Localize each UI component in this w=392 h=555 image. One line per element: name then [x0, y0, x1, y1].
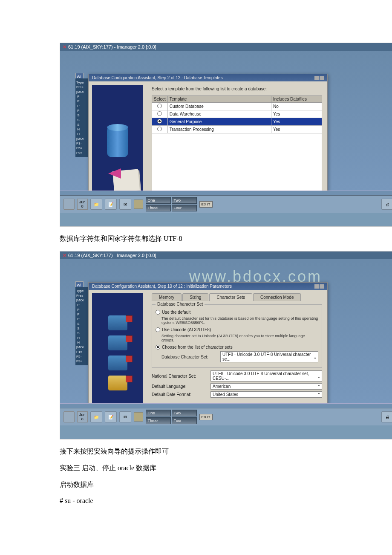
- table-row[interactable]: Custom DatabaseNo: [152, 103, 322, 110]
- default-date-select[interactable]: United States: [210, 391, 322, 398]
- wizard-illustration: [92, 85, 143, 200]
- col-includes: Includes Datafiles: [271, 96, 322, 103]
- printer-icon[interactable]: 🖨: [381, 199, 392, 210]
- clock-icon[interactable]: [63, 199, 75, 210]
- national-charset-select[interactable]: UTF8 - Unicode 3.0 UTF-8 Universal chara…: [210, 370, 322, 382]
- notes-icon[interactable]: 📝: [105, 411, 117, 422]
- window-titlebar: ✕61.19 (AIX_SKY:177) - Imanager 2.0 [:0.…: [60, 251, 392, 259]
- taskbar-separator: [60, 191, 392, 196]
- template-table: Select Template Includes Datafiles Custo…: [152, 95, 322, 133]
- workspace-four[interactable]: Four: [172, 205, 197, 211]
- workspace-four[interactable]: Four: [172, 417, 197, 424]
- option-desc: The default character set for this datab…: [161, 316, 318, 325]
- caption-2: 接下来按照安装向导的提示操作即可: [60, 447, 392, 456]
- tab-memory[interactable]: Memory: [152, 293, 182, 301]
- side-panel: Type Pres [MOI P P P P S S S H H [MOI F1…: [75, 78, 89, 157]
- mail-icon[interactable]: ✉: [119, 199, 131, 210]
- workspace-three[interactable]: Three: [146, 417, 171, 424]
- desktop-area: Wi Type Pres [MOI P P P P S S S H H [MOI…: [60, 51, 392, 213]
- workspace-one[interactable]: One: [146, 197, 171, 204]
- radio-icon[interactable]: [157, 111, 162, 116]
- radio-icon[interactable]: [156, 345, 160, 350]
- radio-icon[interactable]: [156, 327, 160, 332]
- col-template: Template: [167, 96, 271, 103]
- wiz-min-icon[interactable]: [314, 284, 319, 289]
- table-filler: [152, 133, 322, 194]
- instruction-text: Select a template from the following lis…: [152, 87, 322, 91]
- wizard-titlebar: Database Configuration Assistant, Step 1…: [89, 283, 327, 290]
- default-language-label: Default Language:: [152, 384, 207, 389]
- window-title: 61.19 (AIX_SKY:177) - Imanager 2.0 [:0.0…: [68, 44, 156, 49]
- printer-icon[interactable]: 🖨: [381, 411, 392, 422]
- lock-icon[interactable]: [134, 199, 143, 209]
- wizard-titlebar: Database Configuration Assistant, Step 2…: [89, 74, 327, 81]
- col-select: Select: [152, 96, 168, 103]
- x-logo-icon: ✕: [63, 253, 66, 258]
- db-charset-fieldset: Database Character Set Use the default T…: [152, 304, 322, 368]
- table-row-selected[interactable]: General PurposeYes: [152, 118, 322, 126]
- wiz-max-icon[interactable]: [320, 284, 324, 289]
- wizard-title: Database Configuration Assistant, Step 2…: [92, 75, 223, 80]
- workspace-switcher[interactable]: One Two Three Four: [146, 197, 197, 211]
- caption-1: 数据库字符集和国家字符集都选择 UTF-8: [60, 234, 392, 243]
- side-panel: Type Pres [MOI P P P P S S S H H [MOI F1…: [75, 287, 89, 365]
- option-use-unicode[interactable]: Use Unicode (AL32UTF8): [156, 327, 318, 332]
- calendar[interactable]: Jun8: [77, 199, 88, 210]
- table-row[interactable]: Transaction ProcessingYes: [152, 126, 322, 133]
- radio-icon[interactable]: [156, 310, 160, 315]
- db-charset-select[interactable]: UTF8 - Unicode 3.0 UTF-8 Universal chara…: [220, 351, 318, 362]
- screenshot-2: ✕61.19 (AIX_SKY:177) - Imanager 2.0 [:0.…: [60, 251, 392, 439]
- caption-3: 实验三 启动、停止 oracle 数据库: [60, 464, 392, 473]
- step-icon: [108, 356, 127, 370]
- national-charset-label: National Character Set:: [152, 374, 207, 379]
- check-icon: [126, 356, 133, 362]
- exit-button[interactable]: EXIT: [199, 201, 213, 208]
- radio-icon[interactable]: [157, 119, 162, 124]
- radio-icon[interactable]: [157, 127, 162, 131]
- step-icon: [108, 376, 127, 390]
- default-language-select[interactable]: American: [210, 383, 322, 390]
- tab-character-sets[interactable]: Character Sets: [209, 293, 252, 301]
- check-icon: [126, 315, 133, 322]
- option-use-default[interactable]: Use the default: [156, 310, 318, 315]
- workspace-two[interactable]: Two: [172, 410, 197, 416]
- workspace-three[interactable]: Three: [146, 205, 171, 211]
- wiz-min-icon[interactable]: [314, 76, 319, 80]
- caption-4: 启动数据库: [60, 480, 392, 489]
- x-logo-icon: ✕: [63, 44, 66, 49]
- workspace-two[interactable]: Two: [172, 197, 197, 204]
- folder-icon[interactable]: 📁: [90, 199, 102, 210]
- table-row[interactable]: Data WarehouseYes: [152, 110, 322, 118]
- default-date-label: Default Date Format:: [152, 392, 207, 397]
- taskbar: Jun8 📁 📝 ✉ One Two Three Four EXIT 🖨 📊 🔧…: [60, 408, 392, 425]
- workspace-one[interactable]: One: [146, 410, 171, 416]
- wizard-illustration: [92, 293, 143, 413]
- screenshot-1: ✕61.19 (AIX_SKY:177) - Imanager 2.0 [:0.…: [60, 43, 392, 227]
- option-choose-list[interactable]: Choose from the list of character sets: [156, 345, 318, 350]
- option-desc: Setting character set to Unicode (AL32UT…: [161, 334, 318, 342]
- wiz-max-icon[interactable]: [320, 76, 324, 80]
- notes-icon[interactable]: 📝: [105, 199, 117, 210]
- exit-button[interactable]: EXIT: [199, 414, 213, 420]
- mail-icon[interactable]: ✉: [119, 411, 131, 422]
- fieldset-legend: Database Character Set: [156, 302, 205, 306]
- desktop-area: www.bdocx.com Wi Type Pres [MOI P P P P …: [60, 259, 392, 425]
- lock-icon[interactable]: [134, 412, 143, 422]
- clock-icon[interactable]: [63, 411, 75, 422]
- radio-icon[interactable]: [157, 104, 162, 108]
- calendar[interactable]: Jun8: [77, 411, 88, 422]
- caption-5: # su - oracle: [60, 497, 392, 505]
- wizard-title: Database Configuration Assistant, Step 1…: [92, 284, 232, 289]
- taskbar: Jun8 📁 📝 ✉ One Two Three Four EXIT 🖨 📊 🔧…: [60, 196, 392, 213]
- check-icon: [126, 335, 133, 342]
- window-titlebar: ✕61.19 (AIX_SKY:177) - Imanager 2.0 [:0.…: [60, 43, 392, 51]
- step-icon: [108, 335, 127, 350]
- workspace-switcher[interactable]: One Two Three Four: [146, 410, 197, 424]
- tab-connection-mode[interactable]: Connection Mode: [253, 293, 301, 301]
- check-icon: [126, 376, 133, 382]
- tab-sizing[interactable]: Sizing: [182, 293, 208, 301]
- db-charset-label: Database Character Set:: [161, 355, 217, 359]
- folder-icon[interactable]: 📁: [90, 411, 102, 422]
- taskbar-separator: [60, 403, 392, 408]
- tab-bar: Memory Sizing Character Sets Connection …: [152, 293, 322, 301]
